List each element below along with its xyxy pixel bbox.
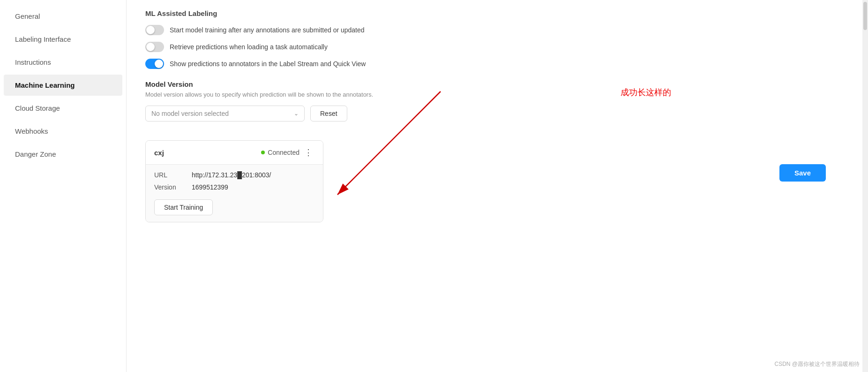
sidebar-item-label: Webhooks xyxy=(15,127,48,135)
sidebar-item-machine-learning[interactable]: Machine Learning xyxy=(4,75,122,96)
url-label: URL xyxy=(154,171,192,179)
sidebar-item-label: Cloud Storage xyxy=(15,104,60,112)
more-options-icon[interactable]: ⋮ xyxy=(302,147,314,158)
version-value: 1699512399 xyxy=(192,183,228,191)
version-label: Version xyxy=(154,183,192,191)
url-value: http://172.31.23█201:8003/ xyxy=(192,171,271,179)
reset-button[interactable]: Reset xyxy=(310,106,347,121)
ml-assisted-label: ML Assisted Labeling xyxy=(145,9,849,17)
model-version-title: Model Version xyxy=(145,80,849,88)
sidebar-item-cloud-storage[interactable]: Cloud Storage xyxy=(4,98,122,119)
toggle-show-predictions-label: Show predictions to annotators in the La… xyxy=(170,60,366,68)
status-connected-icon xyxy=(261,151,265,154)
sidebar-item-label: Instructions xyxy=(15,58,51,66)
sidebar-item-labeling-interface[interactable]: Labeling Interface xyxy=(4,29,122,50)
sidebar-item-webhooks[interactable]: Webhooks xyxy=(4,121,122,142)
ml-backend-name: cxj xyxy=(154,149,164,157)
toggle-training-label: Start model training after any annotatio… xyxy=(170,26,365,34)
toggle-thumb xyxy=(146,43,155,51)
chevron-down-icon: ⌄ xyxy=(294,110,299,117)
sidebar-item-general[interactable]: General xyxy=(4,6,122,27)
sidebar-item-label: General xyxy=(15,12,40,20)
version-row: Version 1699512399 xyxy=(154,183,314,191)
sidebar-item-danger-zone[interactable]: Danger Zone xyxy=(4,144,122,165)
sidebar-item-label: Machine Learning xyxy=(15,81,75,89)
start-training-button[interactable]: Start Training xyxy=(154,199,213,215)
sidebar: General Labeling Interface Instructions … xyxy=(0,0,127,372)
toggle-thumb xyxy=(146,26,155,34)
csdn-watermark: CSDN @愿你被这个世界温暖相待 xyxy=(774,360,860,368)
scrollbar-track xyxy=(862,0,868,372)
toggle-training[interactable] xyxy=(145,25,164,35)
toggle-predictions[interactable] xyxy=(145,42,164,52)
toggle-row-1: Start model training after any annotatio… xyxy=(145,25,849,35)
model-version-dropdown[interactable]: No model version selected ⌄ xyxy=(145,106,305,121)
toggle-row-2: Retrieve predictions when loading a task… xyxy=(145,42,849,52)
sidebar-item-label: Danger Zone xyxy=(15,150,56,158)
model-version-desc: Model version allows you to specify whic… xyxy=(145,91,849,98)
save-button[interactable]: Save xyxy=(779,164,826,182)
ml-backend-status: Connected ⋮ xyxy=(261,147,314,158)
sidebar-item-label: Labeling Interface xyxy=(15,35,71,43)
toggle-row-3: Show predictions to annotators in the La… xyxy=(145,59,849,69)
toggle-show-predictions[interactable] xyxy=(145,59,164,69)
main-content: ML Assisted Labeling Start model trainin… xyxy=(127,0,868,372)
scrollbar-thumb[interactable] xyxy=(863,2,867,30)
model-version-section: Model Version Model version allows you t… xyxy=(145,80,849,121)
status-label: Connected xyxy=(268,149,299,156)
toggle-thumb xyxy=(155,60,163,68)
ml-backend-header: cxj Connected ⋮ xyxy=(146,141,323,165)
sidebar-item-instructions[interactable]: Instructions xyxy=(4,52,122,73)
ml-backend-card: cxj Connected ⋮ URL http://172.31.23█201… xyxy=(145,140,323,222)
toggle-predictions-label: Retrieve predictions when loading a task… xyxy=(170,43,328,51)
annotation-text: 成功长这样的 xyxy=(621,87,671,98)
model-version-placeholder: No model version selected xyxy=(151,110,229,117)
model-version-row: No model version selected ⌄ Reset xyxy=(145,106,849,121)
url-row: URL http://172.31.23█201:8003/ xyxy=(154,171,314,179)
ml-backend-body: URL http://172.31.23█201:8003/ Version 1… xyxy=(146,165,323,222)
